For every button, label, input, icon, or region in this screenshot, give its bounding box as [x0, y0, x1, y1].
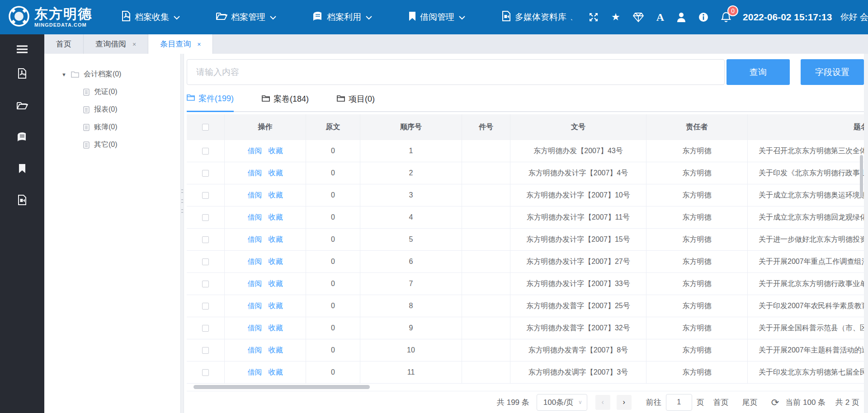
subtab-cases[interactable]: 案件(199): [187, 91, 234, 112]
row-checkbox[interactable]: [202, 170, 209, 177]
row-checkbox[interactable]: [202, 369, 209, 376]
media-file-icon[interactable]: [16, 194, 28, 206]
prev-page-button[interactable]: ‹: [595, 395, 610, 410]
tree-node-root[interactable]: ▼ 会计档案(0): [44, 66, 180, 83]
cell-original: 0: [306, 251, 360, 273]
cell-responsible: 东方明德: [646, 339, 748, 361]
last-page-link[interactable]: 尾页: [742, 397, 758, 408]
row-checkbox[interactable]: [202, 281, 209, 287]
row-checkbox[interactable]: [202, 303, 209, 310]
cell-responsible: 东方明德: [646, 361, 748, 384]
side-rail: [0, 34, 44, 413]
tab-entry-query[interactable]: 条目查询 ×: [148, 34, 213, 54]
cell-item-no: [462, 229, 510, 251]
query-button[interactable]: 查询: [726, 59, 790, 85]
menu-borrow-manage[interactable]: 借阅管理: [408, 11, 469, 23]
horizontal-scrollbar-thumb[interactable]: [193, 385, 370, 389]
subtab-projects[interactable]: 项目(0): [337, 91, 375, 112]
star-icon[interactable]: ★: [611, 12, 620, 22]
favorite-link[interactable]: 收藏: [269, 169, 283, 178]
bookmark-icon[interactable]: [16, 163, 28, 174]
favorite-link[interactable]: 收藏: [269, 257, 283, 267]
col-responsible: 责任者: [646, 114, 748, 140]
refresh-icon[interactable]: ⟳: [771, 398, 779, 407]
borrow-link[interactable]: 借阅: [248, 301, 262, 311]
borrow-link[interactable]: 借阅: [248, 169, 262, 178]
menu-archive-collect[interactable]: 档案收集: [121, 11, 184, 24]
cell-title: 关于开展2007年主题科普活动的通: [748, 339, 864, 361]
favorite-link[interactable]: 收藏: [269, 368, 283, 377]
favorite-link[interactable]: 收藏: [269, 279, 283, 289]
favorite-link[interactable]: 收藏: [269, 146, 283, 156]
cell-sequence: 10: [360, 339, 462, 361]
menu-icon[interactable]: [16, 43, 28, 55]
menu-archive-manage[interactable]: 档案管理: [216, 11, 280, 23]
row-checkbox[interactable]: [202, 236, 209, 243]
table-row: 借阅收藏03东方明德办发计字【2007】10号东方明德关于成立北京东方明德奥运环…: [187, 184, 864, 206]
table-row: 借阅收藏05东方明德办发计字【2007】15号东方明德关于进一步做好北京东方明德…: [187, 229, 864, 251]
row-checkbox[interactable]: [202, 325, 209, 332]
table-row: 借阅收藏09东方明德办发普字【2007】32号东方明德关于开展全国科普示范县（市…: [187, 317, 864, 339]
fullscreen-icon[interactable]: [589, 12, 599, 22]
menu-archive-use[interactable]: 档案利用: [312, 11, 376, 23]
vertical-scrollbar-thumb[interactable]: [860, 155, 863, 197]
row-checkbox[interactable]: [202, 148, 209, 155]
close-icon[interactable]: ×: [197, 41, 201, 48]
close-icon[interactable]: ×: [132, 41, 136, 48]
folder-icon: [187, 94, 198, 103]
row-checkbox[interactable]: [202, 192, 209, 199]
subtab-volumes[interactable]: 案卷(184): [262, 91, 309, 112]
folder-icon: [71, 71, 79, 78]
borrow-link[interactable]: 借阅: [248, 346, 262, 355]
user-icon[interactable]: [677, 12, 686, 22]
cell-original: 0: [306, 295, 360, 317]
panel-splitter[interactable]: [180, 54, 184, 413]
gem-icon[interactable]: [633, 13, 644, 22]
cell-title: 关于印发北京东方明德第七届全民: [748, 361, 864, 384]
bell-icon[interactable]: 0: [721, 12, 731, 23]
borrow-link[interactable]: 借阅: [248, 235, 262, 244]
favorite-link[interactable]: 收藏: [269, 191, 283, 200]
borrow-link[interactable]: 借阅: [248, 257, 262, 267]
borrow-link[interactable]: 借阅: [248, 324, 262, 333]
favorite-link[interactable]: 收藏: [269, 324, 283, 333]
caret-down-icon[interactable]: ▼: [61, 72, 66, 77]
cell-responsible: 东方明德: [646, 206, 748, 229]
favorite-link[interactable]: 收藏: [269, 213, 283, 222]
borrow-link[interactable]: 借阅: [248, 368, 262, 377]
tab-home[interactable]: 首页: [44, 34, 84, 54]
folder-open-icon[interactable]: [16, 99, 28, 111]
tree-node-other[interactable]: 其它(0): [44, 136, 180, 154]
favorite-link[interactable]: 收藏: [269, 346, 283, 355]
borrow-link[interactable]: 借阅: [248, 213, 262, 222]
chevron-down-icon: [270, 12, 280, 22]
page-size-select[interactable]: 100条/页 ∨: [537, 394, 587, 411]
tree-node-report[interactable]: 报表(0): [44, 101, 180, 118]
borrow-link[interactable]: 借阅: [248, 146, 262, 156]
select-all-checkbox[interactable]: [202, 124, 209, 131]
tree-node-voucher[interactable]: 凭证(0): [44, 83, 180, 101]
field-settings-button[interactable]: 字段设置: [801, 59, 864, 85]
pdf-file-icon[interactable]: [16, 68, 28, 80]
cell-original: 0: [306, 361, 360, 384]
tab-query-borrow[interactable]: 查询借阅 ×: [84, 34, 148, 54]
row-checkbox[interactable]: [202, 258, 209, 265]
book-icon[interactable]: [16, 131, 28, 143]
favorite-link[interactable]: 收藏: [269, 301, 283, 311]
favorite-link[interactable]: 收藏: [269, 235, 283, 244]
menu-media-library[interactable]: 多媒体资料库 、: [501, 11, 577, 24]
search-input[interactable]: [187, 59, 725, 85]
brand: 东方明德 MINGDEDATA.COM: [8, 5, 121, 29]
table-row: 借阅收藏08东方明德办发普字【2007】25号东方明德关于印发2007年农民科学…: [187, 295, 864, 317]
font-icon[interactable]: A: [656, 12, 664, 23]
table-header: 操作 原文 顺序号 件号 文号 责任者 题名: [187, 114, 864, 140]
tree-node-ledger[interactable]: 账簿(0): [44, 118, 180, 136]
next-page-button[interactable]: ›: [617, 395, 632, 410]
row-checkbox[interactable]: [202, 347, 209, 354]
first-page-link[interactable]: 首页: [713, 397, 729, 408]
info-icon[interactable]: [698, 12, 708, 22]
row-checkbox[interactable]: [202, 214, 209, 221]
page-number-input[interactable]: [666, 394, 692, 411]
borrow-link[interactable]: 借阅: [248, 279, 262, 289]
borrow-link[interactable]: 借阅: [248, 191, 262, 200]
